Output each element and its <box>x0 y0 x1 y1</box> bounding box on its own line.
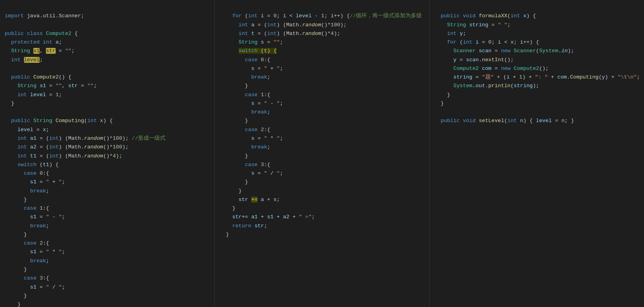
code-column-3: public void formulaXX(int x) { String st… <box>430 0 644 307</box>
code-column-2: for (int i = 0; i < level - 1; i++) {//循… <box>215 0 430 307</box>
code-container: import java.util.Scanner; public class C… <box>0 0 644 307</box>
code-column-1: import java.util.Scanner; public class C… <box>0 0 215 307</box>
